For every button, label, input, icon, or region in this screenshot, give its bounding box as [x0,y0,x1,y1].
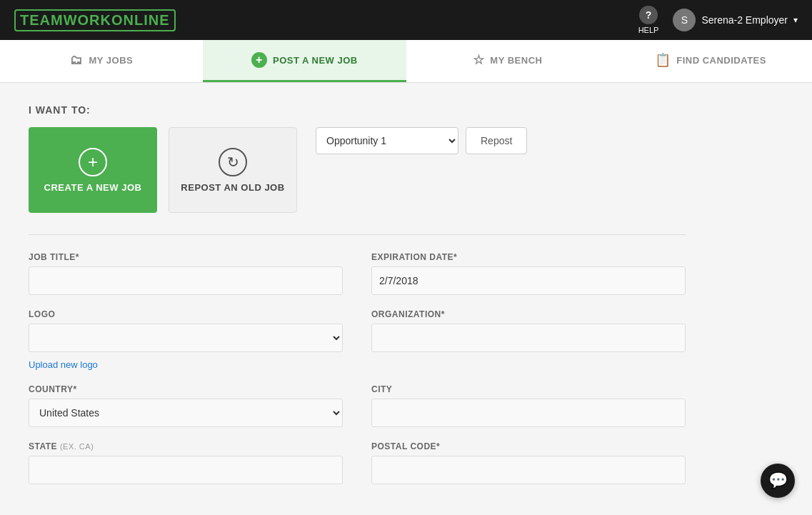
repost-old-job-label: REPOST AN OLD JOB [181,182,284,193]
country-label: COUNTRY* [29,384,343,394]
job-form: JOB TITLE* EXPIRATION DATE* LOGO Upload … [29,252,686,484]
logo-text: TEAMWORKONLINE [20,12,170,28]
top-navbar: TEAMWORKONLINE ? HELP S Serena-2 Employe… [0,0,812,40]
tab-my-jobs[interactable]: 🗂 MY JOBS [0,40,203,82]
my-jobs-icon: 🗂 [70,53,84,68]
expiration-date-label: EXPIRATION DATE* [371,252,686,262]
repost-controls: Opportunity 1 Opportunity 2 Opportunity … [316,127,527,154]
nav-right: ? HELP S Serena-2 Employer ▾ [638,6,798,34]
organization-group: ORGANIZATION* [371,309,686,370]
logo: TEAMWORKONLINE [14,9,176,31]
find-candidates-icon: 📋 [655,52,671,68]
repost-old-job-card[interactable]: ↻ REPOST AN OLD JOB [169,127,297,213]
logo-regular: TEAMWORK [20,12,111,28]
tab-find-candidates[interactable]: 📋 FIND CANDIDATES [609,40,812,82]
create-new-job-label: CREATE A NEW JOB [44,182,142,193]
user-name: Serena-2 Employer [701,14,788,26]
user-menu[interactable]: S Serena-2 Employer ▾ [673,9,798,31]
state-label: STATE (ex. CA) [29,441,343,451]
tab-bar: 🗂 MY JOBS + POST A NEW JOB ☆ MY BENCH 📋 … [0,40,812,83]
logo-label: LOGO [29,309,343,319]
logo-group: LOGO Upload new logo [29,309,343,370]
i-want-to-label: I WANT TO: [29,104,686,116]
expiration-date-input[interactable] [371,266,686,295]
organization-input[interactable] [371,324,686,352]
chat-icon: 💬 [768,471,788,490]
divider [29,234,686,235]
city-input[interactable] [371,399,686,427]
state-label-note: (ex. CA) [60,442,94,451]
form-row-3: COUNTRY* United States Canada United Kin… [29,384,686,427]
job-title-label: JOB TITLE* [29,252,343,262]
country-group: COUNTRY* United States Canada United Kin… [29,384,343,427]
add-circle-icon: + [251,52,267,68]
city-group: CITY [371,384,686,427]
create-plus-icon: + [79,148,107,176]
logo-highlight: ONLINE [111,12,170,28]
logo-border: TEAMWORKONLINE [14,9,176,31]
opportunity-select[interactable]: Opportunity 1 Opportunity 2 Opportunity … [316,127,458,154]
form-row-1: JOB TITLE* EXPIRATION DATE* [29,252,686,295]
upload-logo-link[interactable]: Upload new logo [29,359,343,370]
help-label: HELP [638,26,659,34]
form-row-2: LOGO Upload new logo ORGANIZATION* [29,309,686,370]
help-icon: ? [639,6,658,24]
chevron-down-icon: ▾ [793,15,798,25]
postal-code-label: POSTAL CODE* [371,441,686,451]
action-cards: + CREATE A NEW JOB ↻ REPOST AN OLD JOB O… [29,127,686,213]
main-content: I WANT TO: + CREATE A NEW JOB ↻ REPOST A… [0,83,714,506]
job-title-group: JOB TITLE* [29,252,343,295]
tab-my-bench-label: MY BENCH [490,55,542,66]
tab-my-bench[interactable]: ☆ MY BENCH [406,40,609,82]
tab-find-candidates-label: FIND CANDIDATES [676,55,766,66]
help-button[interactable]: ? HELP [638,6,659,34]
chat-button[interactable]: 💬 [761,464,795,498]
organization-label: ORGANIZATION* [371,309,686,319]
my-bench-icon: ☆ [473,52,485,68]
expiration-date-group: EXPIRATION DATE* [371,252,686,295]
logo-select[interactable] [29,324,343,352]
state-group: STATE (ex. CA) [29,441,343,484]
city-label: CITY [371,384,686,394]
tab-my-jobs-label: MY JOBS [89,55,133,66]
tab-post-new-job[interactable]: + POST A NEW JOB [203,40,406,82]
postal-code-group: POSTAL CODE* [371,441,686,484]
avatar: S [673,9,696,31]
tab-post-new-job-label: POST A NEW JOB [273,55,358,66]
create-new-job-card[interactable]: + CREATE A NEW JOB [29,127,157,213]
country-select[interactable]: United States Canada United Kingdom Aust… [29,399,343,427]
job-title-input[interactable] [29,266,343,295]
state-input[interactable] [29,456,343,484]
repost-button[interactable]: Repost [466,127,527,154]
repost-icon: ↻ [219,148,247,176]
postal-code-input[interactable] [371,456,686,484]
form-row-4: STATE (ex. CA) POSTAL CODE* [29,441,686,484]
